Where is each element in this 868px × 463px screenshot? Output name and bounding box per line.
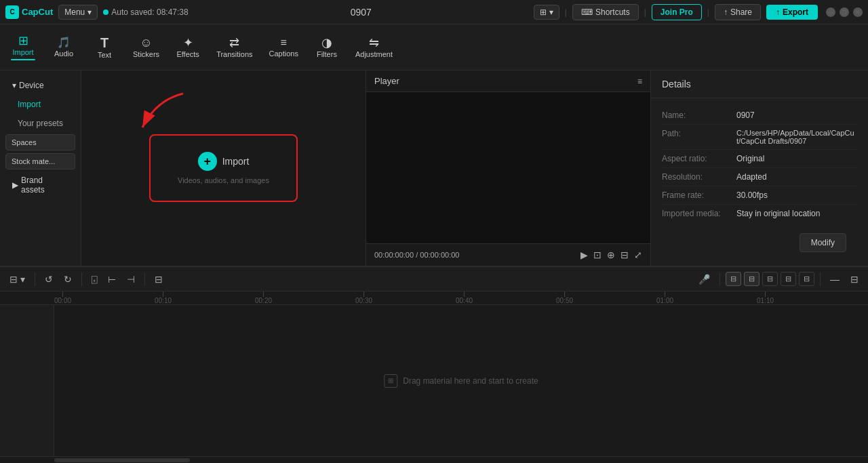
- path-value: C:/Users/HP/AppData/Local/CapCut/CapCut …: [736, 129, 857, 145]
- ruler-label: 00:40: [456, 297, 473, 304]
- drag-hint: ⊞ Drag material here and start to create: [384, 374, 538, 388]
- text-icon: T: [100, 36, 108, 49]
- mic-button[interactable]: 🎤: [694, 271, 714, 287]
- timeline-scrollbar[interactable]: [0, 456, 868, 463]
- trim-left-button[interactable]: ⊢: [104, 271, 120, 287]
- detail-imported-media: Imported media: Stay in original locatio…: [662, 205, 857, 220]
- logo-icon: C: [5, 5, 19, 19]
- ruler-40: 00:40: [456, 291, 473, 304]
- delete-button[interactable]: ⊟: [151, 271, 167, 287]
- details-content: Name: 0907 Path: C:/Users/HP/AppData/Loc…: [651, 98, 868, 220]
- ruler-label: 00:10: [155, 297, 172, 304]
- ruler-line: [765, 291, 766, 297]
- framerate-value: 30.00fps: [736, 190, 857, 200]
- tl-separator2: [81, 273, 82, 286]
- toolbar-captions[interactable]: ≡ Captions: [261, 33, 307, 62]
- imported-media-value: Stay in original location: [736, 209, 857, 218]
- topbar-center: 0907: [194, 7, 528, 18]
- chevron-right-icon: ▶: [12, 180, 18, 190]
- autosave-text: Auto saved: 08:47:38: [111, 7, 188, 17]
- device-label: Device: [19, 81, 44, 90]
- track-content[interactable]: ⊞ Drag material here and start to create: [54, 305, 868, 456]
- autosave-dot: [103, 9, 108, 15]
- timeline-toolbar: ⊟ ▾ ↺ ↻ ⌺ ⊢ ⊣ ⊟ 🎤 ⊟ ⊟ ⊟ ⊟ ⊟ — ⊟: [0, 267, 868, 291]
- toolbar-import[interactable]: ⊞ Import: [3, 31, 43, 64]
- import-label: Import: [12, 48, 33, 56]
- import-plus-icon: +: [198, 152, 217, 171]
- close-button[interactable]: ✕: [853, 7, 863, 17]
- play-button[interactable]: ▶: [580, 249, 588, 260]
- divider1: |: [565, 7, 567, 17]
- captions-label: Captions: [269, 49, 298, 58]
- ruler-20: 00:20: [255, 291, 272, 304]
- ruler-line: [464, 291, 465, 297]
- split-tool[interactable]: ⊟: [781, 272, 796, 286]
- player-menu-icon[interactable]: ≡: [637, 77, 642, 86]
- modify-button[interactable]: Modify: [800, 233, 846, 252]
- toolbar-stickers[interactable]: ☺ Stickers: [125, 33, 167, 62]
- spaces-button[interactable]: Spaces: [5, 134, 75, 150]
- framerate-label: Frame rate:: [662, 190, 736, 200]
- thumb-tool[interactable]: ⊟: [799, 272, 814, 286]
- screen-icon[interactable]: ⊡: [593, 249, 601, 260]
- link-tool[interactable]: ⊟: [744, 272, 760, 286]
- text-label: Text: [98, 51, 111, 59]
- toolbar-transitions[interactable]: ⇄ Transitions: [208, 33, 260, 62]
- tl-separator3: [144, 273, 145, 286]
- filters-icon: ◑: [321, 37, 332, 49]
- toolbar-adjustment[interactable]: ⇋ Adjustment: [347, 33, 401, 62]
- timeline-right-tools: 🎤 ⊟ ⊟ ⊟ ⊟ ⊟ — ⊟: [694, 271, 863, 287]
- magnet-tool[interactable]: ⊟: [762, 272, 778, 286]
- ruler-10: 00:10: [155, 291, 172, 304]
- toolbar-text[interactable]: T Text: [84, 32, 125, 63]
- import-nav-item[interactable]: Import: [4, 96, 77, 113]
- player-controls: 00:00:00:00 / 00:00:00:00 ▶ ⊡ ⊕ ⊟ ⤢: [366, 243, 650, 266]
- path-label: Path:: [662, 129, 736, 145]
- presets-nav-item[interactable]: Your presets: [4, 115, 77, 132]
- join-pro-button[interactable]: Join Pro: [652, 4, 702, 20]
- timeline-layout-button[interactable]: ⊟ ▾: [5, 271, 29, 287]
- scrollbar-thumb[interactable]: [54, 458, 190, 462]
- display-button[interactable]: ⊞ ▾: [534, 5, 559, 20]
- ruler-label: 00:00: [54, 297, 71, 304]
- imported-media-label: Imported media:: [662, 209, 736, 218]
- media-content: + Import Videos, audios, and images: [81, 71, 366, 266]
- shortcuts-button[interactable]: ⌨ Shortcuts: [572, 4, 639, 20]
- share-button[interactable]: ↑ Share: [715, 4, 761, 20]
- zoom-fit-button[interactable]: ⊟: [846, 271, 863, 287]
- fullscreen-icon[interactable]: ⤢: [634, 249, 642, 260]
- ruler-line: [665, 291, 665, 297]
- brand-assets-section[interactable]: ▶ Brand assets: [4, 172, 77, 199]
- logo-text: CapCut: [22, 7, 53, 17]
- detail-path: Path: C:/Users/HP/AppData/Local/CapCut/C…: [662, 125, 857, 150]
- redo-button[interactable]: ↻: [60, 271, 76, 287]
- zoom-minus-button[interactable]: —: [826, 271, 844, 287]
- ruler-line: [263, 291, 264, 297]
- keyboard-icon: ⌨: [581, 7, 593, 17]
- effects-label: Effects: [176, 50, 199, 58]
- time-display: 00:00:00:00 / 00:00:00:00: [374, 251, 575, 259]
- stock-button[interactable]: Stock mate...: [5, 153, 75, 169]
- toolbar-effects[interactable]: ✦ Effects: [167, 33, 208, 62]
- zoom-icon[interactable]: ⊕: [607, 249, 615, 260]
- export-button[interactable]: ↑ Export: [766, 5, 818, 20]
- toolbar-audio[interactable]: 🎵 Audio: [43, 33, 84, 62]
- minimize-button[interactable]: —: [826, 7, 835, 17]
- maximize-button[interactable]: ⊡: [840, 7, 849, 17]
- ruler-label: 01:10: [757, 297, 774, 304]
- split-button[interactable]: ⌺: [87, 271, 101, 287]
- ruler-label: 00:30: [355, 297, 372, 304]
- toolbar-filters[interactable]: ◑ Filters: [307, 33, 347, 62]
- trim-right-button[interactable]: ⊣: [123, 271, 139, 287]
- undo-button[interactable]: ↺: [41, 271, 57, 287]
- import-area-wrapper: + Import Videos, audios, and images: [149, 134, 298, 202]
- import-drop-zone[interactable]: + Import Videos, audios, and images: [149, 134, 298, 202]
- menu-button[interactable]: Menu ▾: [58, 5, 98, 20]
- player-header: Player ≡: [366, 71, 650, 92]
- fit-icon[interactable]: ⊟: [620, 249, 629, 260]
- chevron-down-icon: ▾: [12, 81, 16, 90]
- snap-tool[interactable]: ⊟: [726, 272, 741, 286]
- detail-framerate: Frame rate: 30.00fps: [662, 186, 857, 205]
- modify-label: Modify: [811, 238, 835, 247]
- device-section[interactable]: ▾ Device: [4, 77, 77, 94]
